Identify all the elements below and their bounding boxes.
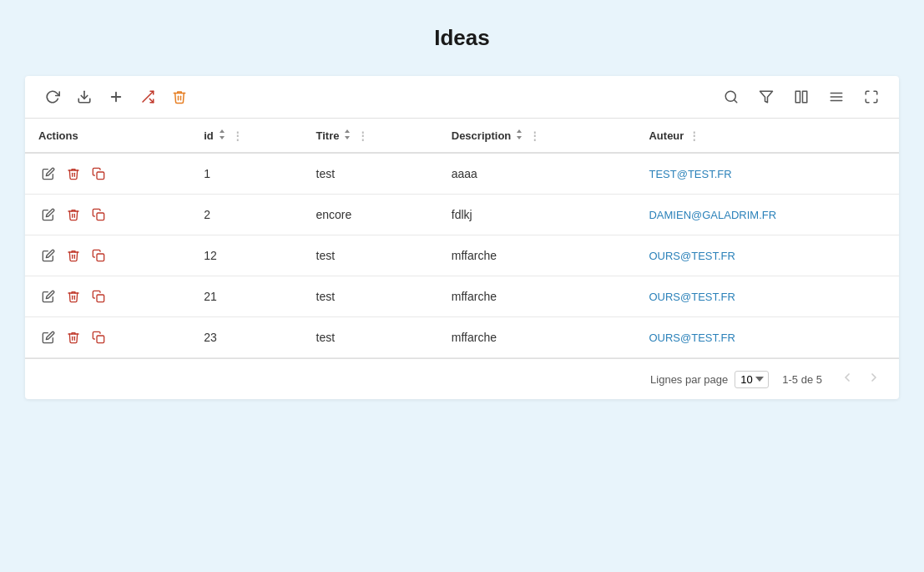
- prev-page-button[interactable]: [836, 367, 859, 391]
- svg-line-6: [734, 99, 736, 102]
- cell-id-3: 21: [190, 276, 302, 317]
- density-button[interactable]: [822, 84, 851, 109]
- edit-button-3[interactable]: [38, 286, 58, 306]
- svg-rect-17: [97, 336, 104, 343]
- rows-per-page-select[interactable]: 10 5 25 50: [735, 371, 769, 388]
- svg-rect-9: [803, 91, 807, 103]
- cell-titre-3: test: [303, 276, 438, 317]
- col-menu-titre[interactable]: ⋮: [357, 129, 368, 142]
- table-container: Actions id ⋮: [25, 76, 899, 399]
- rows-per-page-control: Lignes par page 10 5 25 50: [650, 371, 769, 388]
- delete-all-button[interactable]: [165, 84, 194, 109]
- author-link-0[interactable]: TEST@TEST.FR: [649, 168, 731, 180]
- toolbar-left: [38, 84, 714, 109]
- col-menu-description[interactable]: ⋮: [529, 129, 540, 142]
- copy-button-1[interactable]: [88, 205, 109, 225]
- copy-button-0[interactable]: [88, 164, 109, 184]
- cell-auteur-2: OURS@TEST.FR: [635, 235, 899, 276]
- svg-marker-7: [760, 91, 773, 103]
- download-button[interactable]: [70, 84, 98, 109]
- actions-cell-3: [25, 276, 190, 317]
- edit-button-4[interactable]: [38, 327, 58, 347]
- actions-cell-1: [25, 195, 190, 235]
- author-link-3[interactable]: OURS@TEST.FR: [649, 291, 735, 303]
- author-link-1[interactable]: DAMIEN@GALADRIM.FR: [649, 209, 776, 221]
- table-row: 21 test mffarche OURS@TEST.FR: [25, 276, 899, 317]
- filter-button[interactable]: [752, 84, 780, 109]
- svg-rect-16: [97, 295, 104, 302]
- copy-button-2[interactable]: [88, 246, 109, 266]
- svg-rect-8: [795, 91, 800, 103]
- col-header-actions: Actions: [25, 119, 190, 153]
- cell-id-2: 12: [190, 235, 302, 276]
- page-title: Ideas: [25, 17, 899, 59]
- table-row: 23 test mffarche OURS@TEST.FR: [25, 317, 899, 358]
- col-header-auteur: Auteur ⋮: [635, 119, 899, 153]
- refresh-button[interactable]: [38, 84, 67, 109]
- svg-rect-15: [97, 254, 104, 261]
- svg-rect-13: [97, 172, 104, 180]
- copy-button-3[interactable]: [88, 286, 109, 306]
- cell-titre-4: test: [303, 317, 438, 358]
- add-button[interactable]: [102, 84, 130, 109]
- col-menu-id[interactable]: ⋮: [232, 129, 243, 142]
- table-header-row: Actions id ⋮: [25, 119, 899, 153]
- pagination-info: 1-5 de 5: [782, 373, 822, 386]
- actions-cell-4: [25, 317, 190, 358]
- delete-button-4[interactable]: [63, 327, 83, 347]
- cell-description-0: aaaa: [438, 153, 636, 195]
- col-menu-auteur[interactable]: ⋮: [689, 129, 699, 142]
- delete-button-2[interactable]: [63, 246, 83, 266]
- cell-auteur-3: OURS@TEST.FR: [635, 276, 899, 317]
- edit-button-2[interactable]: [38, 246, 58, 266]
- delete-button-3[interactable]: [63, 286, 83, 306]
- cell-description-4: mffarche: [438, 317, 636, 358]
- cell-description-1: fdlkj: [438, 195, 636, 235]
- toolbar: [25, 76, 899, 119]
- col-header-titre: Titre ⋮: [303, 119, 438, 153]
- sort-icon-description[interactable]: [514, 129, 524, 142]
- col-header-id: id ⋮: [190, 119, 302, 153]
- col-header-description: Description ⋮: [438, 119, 636, 153]
- rows-per-page-label: Lignes par page: [650, 373, 728, 386]
- cell-titre-2: test: [303, 235, 438, 276]
- cell-titre-0: test: [303, 153, 438, 195]
- sort-icon-titre[interactable]: [342, 129, 352, 142]
- delete-button-0[interactable]: [63, 164, 83, 184]
- table-row: 12 test mffarche OURS@TEST.FR: [25, 235, 899, 276]
- copy-button-4[interactable]: [88, 327, 109, 347]
- fullscreen-button[interactable]: [857, 84, 886, 109]
- cell-titre-1: encore: [303, 195, 438, 235]
- edit-button-0[interactable]: [38, 164, 58, 184]
- table-row: 1 test aaaa TEST@TEST.FR: [25, 153, 899, 195]
- table-footer: Lignes par page 10 5 25 50 1-5 de 5: [25, 358, 899, 399]
- cell-auteur-1: DAMIEN@GALADRIM.FR: [635, 195, 899, 235]
- edit-button-1[interactable]: [38, 205, 58, 225]
- pagination-buttons: [836, 367, 886, 391]
- actions-cell-2: [25, 235, 190, 276]
- cell-id-1: 2: [190, 195, 302, 235]
- table-row: 2 encore fdlkj DAMIEN@GALADRIM.FR: [25, 195, 899, 235]
- sort-icon-id[interactable]: [217, 129, 227, 142]
- delete-button-1[interactable]: [63, 205, 83, 225]
- shuffle-button[interactable]: [134, 84, 162, 109]
- cell-description-3: mffarche: [438, 276, 636, 317]
- search-button[interactable]: [717, 84, 745, 109]
- author-link-4[interactable]: OURS@TEST.FR: [649, 332, 735, 344]
- toolbar-right: [717, 84, 886, 109]
- svg-rect-14: [97, 213, 104, 220]
- cell-auteur-0: TEST@TEST.FR: [635, 153, 899, 195]
- next-page-button[interactable]: [862, 367, 886, 391]
- data-table: Actions id ⋮: [25, 119, 899, 358]
- cell-auteur-4: OURS@TEST.FR: [635, 317, 899, 358]
- cell-description-2: mffarche: [438, 235, 636, 276]
- cell-id-4: 23: [190, 317, 302, 358]
- cell-id-0: 1: [190, 153, 302, 195]
- columns-button[interactable]: [787, 84, 815, 109]
- author-link-2[interactable]: OURS@TEST.FR: [649, 250, 735, 262]
- actions-cell-0: [25, 153, 190, 195]
